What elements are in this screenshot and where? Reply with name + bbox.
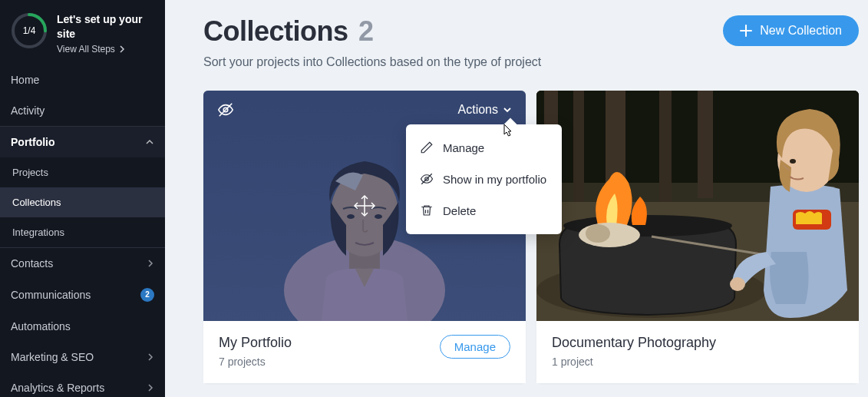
collection-title: Documentary Photography [552, 335, 716, 351]
collection-title: My Portfolio [219, 335, 292, 351]
sidebar-item-label: Projects [12, 167, 48, 178]
sidebar-item-collections[interactable]: Collections [0, 187, 165, 217]
hidden-icon [217, 101, 234, 118]
sidebar-item-label: Integrations [12, 227, 64, 238]
move-icon[interactable] [353, 194, 376, 217]
progress-ring: 1/4 [11, 12, 48, 49]
dropdown-item-label: Delete [443, 203, 476, 219]
sidebar-item-label: Portfolio [11, 136, 55, 148]
dropdown-item-label: Manage [443, 140, 484, 156]
collection-cover [536, 91, 859, 321]
dropdown-item-delete[interactable]: Delete [406, 195, 562, 227]
manage-button[interactable]: Manage [440, 335, 510, 359]
svg-rect-16 [659, 91, 672, 202]
sidebar-item-label: Analytics & Reports [11, 382, 104, 394]
chevron-right-icon [147, 384, 154, 392]
plus-icon [740, 25, 752, 37]
cursor-icon [500, 123, 515, 140]
setup-title: Let's set up your site [57, 12, 154, 41]
sidebar-item-label: Contacts [11, 257, 53, 270]
collection-cover: Actions Manage [203, 91, 526, 321]
sidebar-item-home[interactable]: Home [0, 65, 165, 95]
main-content: Collections 2 Sort your projects into Co… [165, 0, 868, 397]
new-collection-label: New Collection [760, 24, 842, 38]
actions-dropdown: Manage Show in my portfolio [406, 124, 562, 234]
sidebar-item-activity[interactable]: Activity [0, 95, 165, 126]
setup-progress-box: 1/4 Let's set up your site View All Step… [0, 0, 165, 65]
collection-subtitle: 7 projects [219, 356, 292, 368]
collection-subtitle: 1 project [552, 356, 716, 368]
sidebar-item-marketing[interactable]: Marketing & SEO [0, 342, 165, 372]
chevron-down-icon [503, 105, 512, 114]
collections-count: 2 [358, 15, 374, 47]
chevron-up-icon [145, 137, 154, 147]
svg-point-27 [790, 159, 796, 164]
sidebar-item-label: Home [11, 74, 39, 86]
eye-off-icon [420, 172, 434, 186]
sidebar-item-communications[interactable]: Communications 2 [0, 279, 165, 311]
cover-illustration [536, 91, 859, 321]
pencil-icon [420, 141, 434, 154]
chevron-right-icon [147, 260, 154, 267]
chevron-right-icon [147, 353, 154, 361]
sidebar-item-label: Activity [11, 104, 45, 117]
dropdown-item-manage[interactable]: Manage [406, 132, 562, 164]
sidebar-item-label: Collections [12, 197, 61, 208]
dropdown-item-show[interactable]: Show in my portfolio [406, 164, 562, 195]
communications-badge: 2 [140, 288, 154, 302]
sidebar-item-contacts[interactable]: Contacts [0, 248, 165, 279]
progress-count: 1/4 [11, 12, 48, 49]
new-collection-button[interactable]: New Collection [723, 15, 859, 46]
svg-point-25 [730, 277, 745, 291]
actions-dropdown-trigger[interactable]: Actions [458, 103, 512, 117]
sidebar-item-automations[interactable]: Automations [0, 311, 165, 342]
sidebar-item-label: Automations [11, 320, 71, 332]
sidebar-item-analytics[interactable]: Analytics & Reports [0, 372, 165, 397]
sidebar-item-portfolio[interactable]: Portfolio [0, 127, 165, 157]
sidebar: 1/4 Let's set up your site View All Step… [0, 0, 165, 397]
actions-label: Actions [458, 103, 498, 117]
trash-icon [420, 203, 434, 217]
sidebar-item-label: Marketing & SEO [11, 351, 94, 363]
svg-rect-14 [573, 91, 584, 206]
svg-point-22 [586, 224, 610, 243]
dropdown-item-label: Show in my portfolio [443, 171, 546, 187]
sidebar-item-label: Communications [11, 289, 91, 301]
sidebar-item-projects[interactable]: Projects [0, 157, 165, 187]
svg-rect-17 [698, 91, 713, 198]
collection-card[interactable]: Actions Manage [203, 91, 526, 383]
page-title-text: Collections [203, 15, 348, 47]
view-all-steps-link[interactable]: View All Steps [57, 44, 126, 55]
collection-card[interactable]: Documentary Photography 1 project [536, 91, 859, 383]
view-steps-label: View All Steps [57, 44, 115, 55]
chevron-right-icon [118, 45, 126, 53]
page-title: Collections 2 [203, 15, 541, 48]
sidebar-item-integrations[interactable]: Integrations [0, 217, 165, 247]
page-subtitle: Sort your projects into Collections base… [203, 55, 541, 69]
